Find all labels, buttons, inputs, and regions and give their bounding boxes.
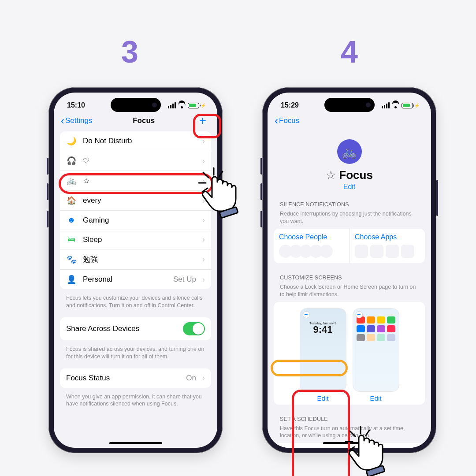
focus-row-label: ♡ [83, 156, 196, 166]
battery-icon [402, 103, 413, 108]
add-focus-button[interactable]: + [195, 114, 210, 128]
home-indicator[interactable] [323, 442, 376, 444]
remove-icon[interactable]: – [303, 311, 310, 318]
choose-people-button[interactable]: Choose People [274, 229, 349, 263]
navbar: ‹ Focus [268, 112, 431, 131]
choose-apps-button[interactable]: Choose Apps [349, 229, 425, 263]
chevron-right-icon: › [202, 196, 205, 205]
smile-icon: ☻ [66, 216, 77, 225]
charging-icon: ⚡ [201, 103, 206, 108]
focus-row-label: Gaming [83, 216, 196, 225]
screens-card: – Tuesday, January 9 9:41 Edit – Edit [274, 302, 425, 405]
chevron-right-icon: › [202, 373, 205, 383]
lock-time: 9:41 [300, 324, 346, 335]
chevron-right-icon: › [202, 255, 205, 264]
status-value: On [186, 374, 196, 383]
edit-home-button[interactable]: Edit [353, 392, 399, 402]
focus-row-label: every [83, 196, 196, 205]
screen-right: 15:29 ⚡ ‹ Focus 🚲 ☆ Focus Edit SILENCE N [268, 93, 431, 448]
silence-heading: SILENCE NOTIFICATIONS [268, 200, 431, 210]
battery-icon [188, 103, 199, 108]
status-icons: ⚡ [168, 102, 206, 108]
phone-frame-left: 15:10 ⚡ ‹ Settings Focus + 🌙 Do Not Dist… [48, 87, 223, 453]
status-icons: ⚡ [382, 102, 420, 108]
focus-row-label: Personal [83, 275, 167, 284]
paw-icon: 🐾 [66, 255, 77, 264]
navbar: ‹ Settings Focus + [54, 112, 217, 131]
chevron-right-icon: › [202, 275, 205, 284]
remove-icon[interactable]: – [356, 311, 363, 318]
home-indicator[interactable] [109, 442, 162, 444]
focus-row-accessory: Set Up [173, 275, 196, 284]
person-icon: 👤 [66, 275, 77, 284]
focus-title: ☆ Focus [268, 168, 431, 182]
status-time: 15:10 [67, 101, 85, 109]
signal-icon [382, 102, 390, 108]
focus-row-label: Sleep [83, 235, 196, 244]
focus-row-dnd[interactable]: 🌙 Do Not Disturb › [60, 131, 211, 151]
share-group: Share Across Devices [60, 317, 211, 340]
focus-title-text: Focus [339, 168, 373, 182]
choose-apps-label: Choose Apps [355, 233, 420, 241]
dynamic-island [324, 98, 375, 112]
step-number-3: 3 [121, 34, 138, 70]
focus-row-sleep[interactable]: 🛏 Sleep › [60, 230, 211, 249]
charging-icon: ⚡ [414, 103, 420, 108]
star-icon: ☆ [326, 168, 336, 182]
focus-row-study[interactable]: 🐾 勉強 › [60, 249, 211, 269]
focus-row-every[interactable]: 🏠 every › [60, 190, 211, 210]
bicycle-icon: 🚲 [66, 176, 77, 186]
chevron-right-icon: › [202, 156, 205, 166]
page-title: Focus [133, 116, 155, 125]
edit-lock-button[interactable]: Edit [300, 392, 346, 402]
signal-icon [168, 102, 176, 108]
share-label: Share Across Devices [66, 324, 177, 333]
phone-frame-right: 15:29 ⚡ ‹ Focus 🚲 ☆ Focus Edit SILENCE N [262, 87, 436, 453]
chevron-right-icon: › [202, 137, 205, 146]
focus-list: 🌙 Do Not Disturb › 🎧 ♡ › 🚲 ☆ › 🏠 every ›… [60, 131, 211, 289]
choose-people-label: Choose People [279, 233, 344, 241]
silence-card: Choose People Choose Apps [274, 229, 425, 263]
edit-focus-button[interactable]: Edit [268, 183, 431, 191]
share-switch[interactable] [183, 322, 205, 335]
chevron-right-icon: › [202, 176, 205, 186]
wifi-icon [178, 103, 186, 108]
focus-row-gaming[interactable]: ☻ Gaming › [60, 210, 211, 230]
schedule-heading: SET A SCHEDULE [268, 414, 431, 425]
wifi-icon [392, 103, 399, 108]
bed-icon: 🛏 [66, 235, 77, 244]
status-group: Focus Status On › [60, 368, 211, 388]
dynamic-island [111, 98, 161, 112]
apps-placeholder [355, 245, 420, 258]
silence-subtitle: Reduce interruptions by choosing just th… [268, 210, 431, 229]
status-footnote: When you give an app permission, it can … [54, 392, 217, 416]
focus-row-personal[interactable]: 👤 Personal Set Up › [60, 269, 211, 289]
customize-subtitle: Choose a Lock Screen or Home Screen page… [268, 283, 431, 302]
lock-screen-tile[interactable]: – Tuesday, January 9 9:41 Edit [300, 308, 346, 402]
chevron-right-icon: › [202, 235, 205, 244]
focus-row-label: ☆ [83, 176, 196, 186]
people-placeholder [279, 245, 344, 258]
back-button[interactable]: ‹ Settings [61, 116, 92, 125]
focus-row-bike[interactable]: 🚲 ☆ › [60, 171, 211, 190]
step-number-4: 4 [341, 34, 358, 70]
status-label: Focus Status [66, 374, 180, 383]
customize-heading: CUSTOMIZE SCREENS [268, 273, 431, 283]
moon-icon: 🌙 [66, 136, 77, 146]
back-label: Settings [65, 116, 92, 125]
house-icon: 🏠 [66, 196, 77, 205]
back-label: Focus [279, 116, 299, 125]
home-screen-tile[interactable]: – Edit [353, 308, 399, 402]
headphones-icon: 🎧 [66, 156, 77, 166]
focus-row-heart[interactable]: 🎧 ♡ › [60, 151, 211, 171]
status-time: 15:29 [281, 101, 299, 109]
screen-left: 15:10 ⚡ ‹ Settings Focus + 🌙 Do Not Dist… [54, 93, 217, 448]
schedule-subtitle: Have this Focus turn on automatically at… [268, 425, 431, 443]
bicycle-icon: 🚲 [337, 139, 362, 164]
focus-status-row[interactable]: Focus Status On › [60, 368, 211, 388]
focus-hero: 🚲 ☆ Focus Edit [268, 131, 431, 194]
focus-row-label: 勉強 [83, 254, 196, 264]
share-row[interactable]: Share Across Devices [60, 317, 211, 340]
share-footnote: Focus is shared across your devices, and… [54, 345, 217, 368]
back-button[interactable]: ‹ Focus [275, 116, 299, 125]
